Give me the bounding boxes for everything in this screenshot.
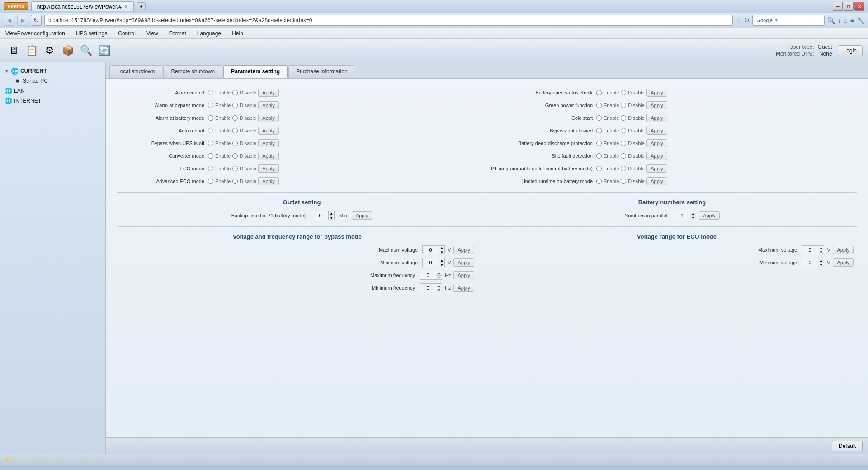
firefox-button[interactable]: Firefox <box>4 2 28 10</box>
alarm-battery-disable-radio[interactable] <box>232 115 238 121</box>
extensions-icon[interactable]: 🔧 <box>857 17 864 24</box>
sidebar-item-strnad[interactable]: 🖥 Strnad-PC <box>2 76 104 86</box>
eco-apply-button[interactable]: Apply <box>258 164 279 173</box>
site-fault-apply-button[interactable]: Apply <box>646 152 667 160</box>
cold-start-disable-radio[interactable] <box>621 115 626 121</box>
bypass-max-voltage-input[interactable] <box>422 245 439 254</box>
default-button[interactable]: Default <box>832 441 863 451</box>
site-fault-enable-radio[interactable] <box>596 153 602 159</box>
cold-start-apply-button[interactable]: Apply <box>646 114 667 122</box>
bypass-max-freq-input[interactable] <box>420 271 436 280</box>
bypass-min-voltage-apply-button[interactable]: Apply <box>453 258 474 267</box>
menu-help[interactable]: Help <box>230 29 245 38</box>
back-button[interactable]: ◀ <box>4 15 14 26</box>
battery-deep-apply-button[interactable]: Apply <box>646 139 667 147</box>
menu-language[interactable]: Language <box>195 29 223 38</box>
bypass-min-freq-input[interactable] <box>420 283 436 292</box>
eco-min-voltage-up-arrow[interactable]: ▲ <box>818 258 824 263</box>
toolbar-icon-package[interactable]: 📦 <box>60 42 76 59</box>
numbers-parallel-apply-button[interactable]: Apply <box>699 212 720 220</box>
bypass-not-allowed-enable-radio[interactable] <box>596 128 602 133</box>
sidebar-item-internet[interactable]: 🌐 INTERNET <box>2 96 104 106</box>
bypass-max-voltage-apply-button[interactable]: Apply <box>453 246 474 254</box>
limited-runtime-disable-radio[interactable] <box>621 179 626 184</box>
eco-max-voltage-down-arrow[interactable]: ▼ <box>818 250 824 254</box>
search-icon[interactable]: 🔍 <box>827 17 835 24</box>
adv-eco-disable-radio[interactable] <box>232 179 238 184</box>
tab-remote-shutdown[interactable]: Remote shutdown <box>163 65 222 78</box>
search-dropdown-icon[interactable]: ▼ <box>774 18 778 23</box>
green-power-enable-radio[interactable] <box>596 103 602 108</box>
numbers-parallel-up-arrow[interactable]: ▲ <box>690 211 696 216</box>
toolbar-icon-refresh[interactable]: 🔄 <box>96 42 112 59</box>
menu-view[interactable]: View <box>145 29 160 38</box>
bypass-off-apply-button[interactable]: Apply <box>258 139 279 147</box>
eco-min-voltage-input[interactable] <box>802 258 818 267</box>
cold-start-enable-radio[interactable] <box>596 115 602 121</box>
bypass-off-disable-radio[interactable] <box>232 141 238 146</box>
auto-reboot-enable-radio[interactable] <box>208 128 213 133</box>
bypass-max-freq-up-arrow[interactable]: ▲ <box>436 271 442 275</box>
search-bar[interactable]: Google ▼ <box>752 15 825 26</box>
battery-deep-enable-radio[interactable] <box>596 141 602 146</box>
bypass-off-enable-radio[interactable] <box>208 141 213 146</box>
tab-purchase-information[interactable]: Purchase information <box>288 65 355 78</box>
bypass-min-freq-down-arrow[interactable]: ▼ <box>436 288 442 292</box>
reload-button[interactable]: ↻ <box>31 15 42 26</box>
menu-ups-settings[interactable]: UPS settings <box>74 29 109 38</box>
toolbar-icon-clipboard[interactable]: 📋 <box>24 42 40 59</box>
restore-button[interactable]: □ <box>844 2 854 11</box>
bypass-min-voltage-up-arrow[interactable]: ▲ <box>439 258 445 263</box>
limited-runtime-apply-button[interactable]: Apply <box>646 177 667 185</box>
adv-eco-apply-button[interactable]: Apply <box>258 177 279 185</box>
toolbar-icon-settings[interactable]: ⚙ <box>42 42 58 59</box>
eco-max-voltage-input[interactable] <box>802 245 818 254</box>
forward-button[interactable]: ▶ <box>17 15 28 26</box>
alarm-bypass-disable-radio[interactable] <box>232 103 238 108</box>
site-fault-disable-radio[interactable] <box>621 153 626 159</box>
browser-tab[interactable]: http://localhost:15178/ViewPower/# ✕ <box>31 1 134 11</box>
reload-icon[interactable]: ↻ <box>744 17 750 24</box>
bypass-min-voltage-down-arrow[interactable]: ▼ <box>439 263 445 267</box>
bypass-max-freq-down-arrow[interactable]: ▼ <box>436 275 442 280</box>
sidebar-item-lan[interactable]: 🌐 LAN <box>2 86 104 96</box>
eco-max-voltage-apply-button[interactable]: Apply <box>833 246 854 254</box>
alarm-battery-apply-button[interactable]: Apply <box>258 114 279 122</box>
tab-parameters-setting[interactable]: Parameters setting <box>223 65 288 78</box>
eco-enable-radio[interactable] <box>208 166 213 171</box>
green-power-disable-radio[interactable] <box>621 103 626 108</box>
alarm-control-disable-radio[interactable] <box>232 90 238 95</box>
bypass-min-freq-up-arrow[interactable]: ▲ <box>436 283 442 288</box>
bypass-min-voltage-input[interactable] <box>422 258 439 267</box>
eco-min-voltage-down-arrow[interactable]: ▼ <box>818 263 824 267</box>
minimize-button[interactable]: ─ <box>833 2 843 11</box>
converter-enable-radio[interactable] <box>208 153 213 159</box>
auto-reboot-disable-radio[interactable] <box>232 128 238 133</box>
green-power-apply-button[interactable]: Apply <box>646 101 667 109</box>
sidebar-item-current[interactable]: ▼ 🌐 CURRENT <box>2 66 104 76</box>
bypass-not-allowed-apply-button[interactable]: Apply <box>646 127 667 135</box>
eco-disable-radio[interactable] <box>232 166 238 171</box>
battery-deep-disable-radio[interactable] <box>621 141 626 146</box>
converter-disable-radio[interactable] <box>232 153 238 159</box>
home-icon[interactable]: ⌂ <box>844 17 847 24</box>
toolbar-icon-search[interactable]: 🔍 <box>78 42 94 59</box>
menu-control[interactable]: Control <box>116 29 137 38</box>
auto-reboot-apply-button[interactable]: Apply <box>258 127 279 135</box>
tab-local-shutdown[interactable]: Local shutdown <box>109 65 162 78</box>
backup-time-input[interactable] <box>312 211 328 220</box>
p1-outlet-apply-button[interactable]: Apply <box>646 164 667 173</box>
backup-time-down-arrow[interactable]: ▼ <box>328 216 335 220</box>
numbers-parallel-input[interactable] <box>674 211 690 220</box>
battery-open-apply-button[interactable]: Apply <box>646 89 667 97</box>
toolbar-icon-monitor[interactable]: 🖥 <box>5 42 22 59</box>
alarm-control-enable-radio[interactable] <box>208 90 213 95</box>
battery-open-disable-radio[interactable] <box>621 90 626 95</box>
alarm-control-apply-button[interactable]: Apply <box>258 89 279 97</box>
backup-time-apply-button[interactable]: Apply <box>352 212 373 220</box>
tab-close-icon[interactable]: ✕ <box>124 4 128 9</box>
p1-outlet-disable-radio[interactable] <box>621 166 626 171</box>
converter-apply-button[interactable]: Apply <box>258 152 279 160</box>
tools-icon[interactable]: ≡ <box>850 17 854 24</box>
bypass-not-allowed-disable-radio[interactable] <box>621 128 626 133</box>
